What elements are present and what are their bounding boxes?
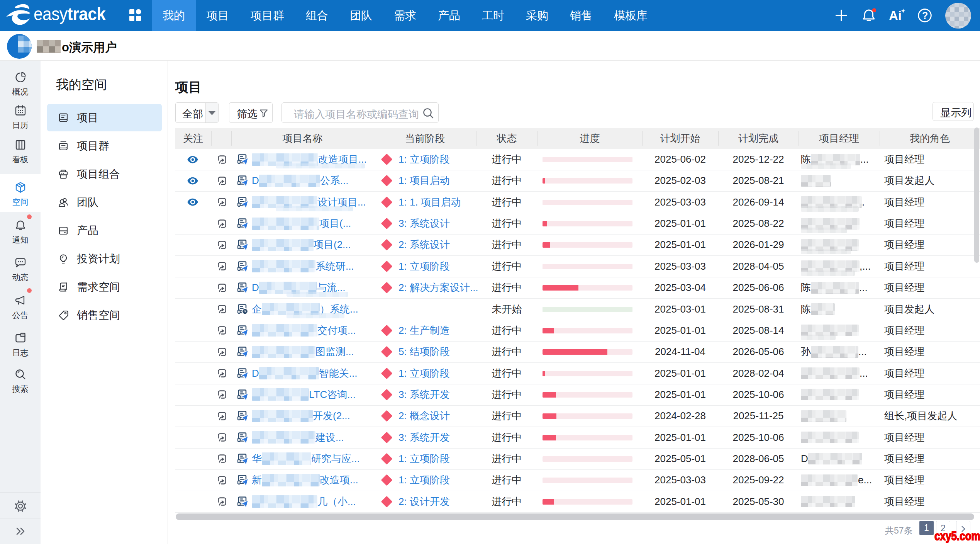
svg-text:?: ? xyxy=(922,10,928,21)
svg-text:Ai: Ai xyxy=(889,8,902,23)
